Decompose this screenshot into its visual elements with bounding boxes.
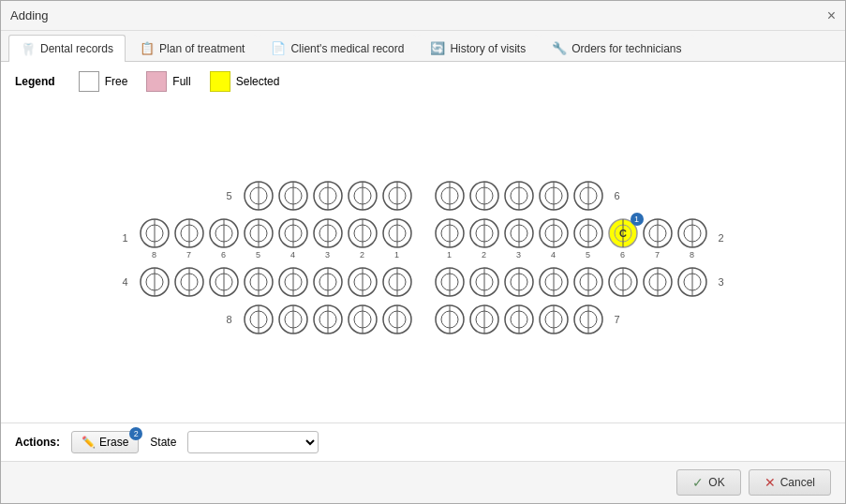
tooth-l-l5[interactable] [242,265,275,299]
tooth-ls-l1[interactable] [242,303,275,336]
tab-orders[interactable]: 🔧 Orders for technicians [540,35,693,61]
tooth-l-l1[interactable] [380,265,414,299]
svg-text:C: C [619,227,627,238]
tooth-u-r4[interactable] [537,216,571,250]
tooth-u-l5[interactable] [242,216,275,250]
tooth-l-r5[interactable] [571,265,605,299]
tooth-upper-sec-l2[interactable] [276,179,310,213]
tooth-ls-l5[interactable] [380,303,414,336]
upper-secondary-right [433,179,605,213]
window-title: Adding [10,8,48,22]
tooth-l-r2[interactable] [468,265,501,299]
tooth-ls-r4[interactable] [537,303,571,336]
lower-main-right [433,265,709,299]
selected-label: Selected [236,75,280,88]
ok-button[interactable]: ✓ OK [676,469,740,496]
erase-badge: 2 [129,427,142,440]
tooth-upper-sec-r5[interactable] [571,179,605,213]
tooth-l-l6[interactable] [207,265,241,299]
num-u-r6: 6 [606,250,640,259]
tooth-u-l6[interactable] [207,216,241,250]
tooth-u-l1[interactable] [380,216,414,250]
tooth-l-r1[interactable] [433,265,467,299]
tooth-upper-sec-r1[interactable] [433,179,467,213]
num-u-r7: 7 [641,250,675,259]
erase-button[interactable]: ✏️ Erase 2 [71,431,139,453]
upper-secondary-label-left: 5 [221,190,238,201]
tooth-u-r1[interactable] [433,216,467,250]
lower-secondary-right [433,303,605,336]
tooth-u-r2[interactable] [468,216,501,250]
tooth-u-l7[interactable] [172,216,206,250]
tooth-ls-r3[interactable] [502,303,536,336]
tooth-upper-sec-l4[interactable] [346,179,379,213]
footer: ✓ OK ✕ Cancel [1,461,845,503]
tooth-l-l8[interactable] [138,265,171,299]
num-u-r8: 8 [675,250,709,259]
tab-medical[interactable]: 📄 Client's medical record [259,35,416,61]
tooth-ls-r1[interactable] [433,303,467,336]
tab-history[interactable]: 🔄 History of visits [418,35,538,61]
legend-row: Legend Free Full Selected [15,71,831,92]
tooth-l-l3[interactable] [311,265,345,299]
lower-main-label-left: 4 [117,276,134,288]
upper-main-label-right: 2 [713,232,730,244]
tooth-u-r8[interactable] [675,216,709,250]
tooth-upper-sec-r2[interactable] [468,179,501,213]
tooth-u-l8[interactable] [138,216,171,250]
tooth-upper-sec-r4[interactable] [537,179,571,213]
tooth-u-l3[interactable] [311,216,345,250]
tooth-l-r4[interactable] [537,265,571,299]
lower-main-label-right: 3 [713,276,730,288]
tooth-l-l4[interactable] [276,265,310,299]
tooth-u-r7[interactable] [641,216,675,250]
tooth-ls-l2[interactable] [276,303,310,336]
tooth-l-l2[interactable] [346,265,379,299]
tooth-l-r8[interactable] [675,265,709,299]
num-u-l4: 4 [276,250,310,259]
state-select[interactable] [187,431,319,453]
num-u-l1: 1 [380,250,414,259]
full-box [146,71,167,92]
num-u-l2: 2 [346,250,379,259]
tooth-upper-sec-r3[interactable] [502,179,536,213]
actions-label: Actions: [15,436,60,449]
tooth-upper-sec-l5[interactable] [380,179,414,213]
medical-icon: 📄 [271,41,286,55]
tooth-u-l4[interactable] [276,216,310,250]
tooth-ls-l3[interactable] [311,303,345,336]
upper-main-row: 1 8 7 6 [117,216,730,259]
tooth-u-r3[interactable] [502,216,536,250]
tab-dental-label: Dental records [40,42,113,55]
upper-main-left [138,216,414,250]
tooth-l-r6[interactable] [606,265,640,299]
tooth-ls-r5[interactable] [571,303,605,336]
tooth-l-l7[interactable] [172,265,206,299]
tooth-ls-l4[interactable] [346,303,379,336]
tooth-l-r3[interactable] [502,265,536,299]
tooth-ls-r2[interactable] [468,303,501,336]
cancel-icon: ✕ [764,475,776,490]
num-u-r1: 1 [433,250,467,259]
lower-main-left [138,265,414,299]
upper-secondary-row: 5 6 [221,179,626,213]
upper-main-label-left: 1 [117,232,134,244]
tab-medical-label: Client's medical record [290,42,404,55]
cancel-button[interactable]: ✕ Cancel [749,469,831,496]
ok-icon: ✓ [692,475,704,490]
tab-dental[interactable]: 🦷 Dental records [8,35,126,62]
tooth-u-r5[interactable] [571,216,605,250]
cancel-label: Cancel [780,476,815,489]
free-label: Free [105,75,128,88]
plan-icon: 📋 [140,41,155,55]
tab-plan[interactable]: 📋 Plan of treatment [127,35,257,61]
tab-orders-label: Orders for technicians [571,42,681,55]
num-u-l7: 7 [172,250,206,259]
num-u-r5: 5 [571,250,605,259]
tooth-upper-sec-l1[interactable] [242,179,275,213]
tooth-upper-sec-l3[interactable] [311,179,345,213]
close-button[interactable]: × [827,8,836,23]
tooth-u-l2[interactable] [346,216,379,250]
tooth-l-r7[interactable] [641,265,675,299]
actions-bar: Actions: ✏️ Erase 2 State [1,422,845,461]
